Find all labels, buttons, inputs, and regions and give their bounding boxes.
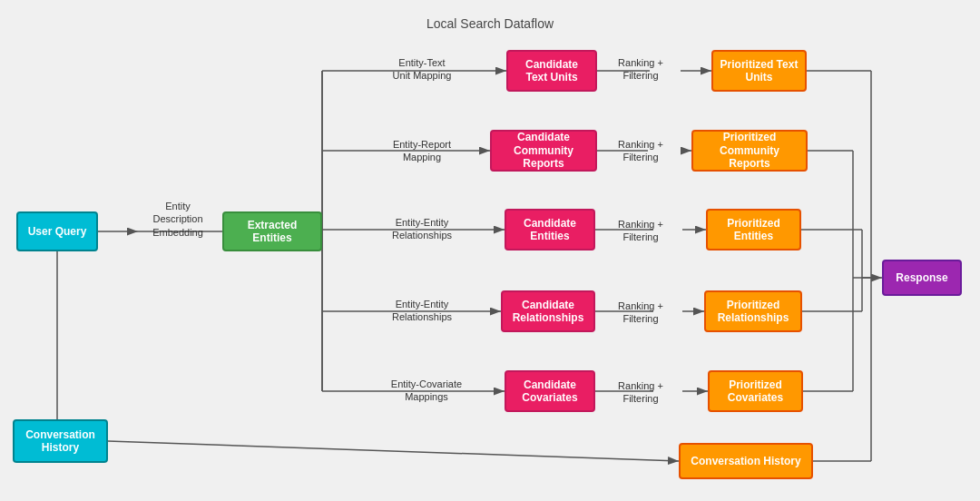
ranking-filtering-3-label: Ranking +Filtering: [604, 218, 677, 244]
entity-entity-2-label: Entity-EntityRelationships: [372, 298, 472, 324]
user-query-node: User Query: [16, 211, 98, 251]
prioritized-relationships-node: Prioritized Relationships: [704, 290, 802, 332]
ranking-filtering-2-label: Ranking +Filtering: [604, 138, 677, 164]
diagram-title: Local Search Dataflow: [426, 16, 554, 31]
ranking-filtering-4-label: Ranking +Filtering: [604, 300, 677, 326]
entity-text-unit-label: Entity-TextUnit Mapping: [377, 56, 467, 83]
entity-description-label: EntityDescriptionEmbedding: [138, 200, 218, 239]
conversation-history-output-node: Conversation History: [679, 443, 813, 479]
candidate-community-reports-node: Candidate Community Reports: [490, 130, 597, 172]
response-node: Response: [882, 260, 962, 296]
ranking-filtering-1-label: Ranking +Filtering: [604, 56, 677, 83]
diagram-container: Local Search Dataflow: [0, 0, 980, 501]
candidate-entities-node: Candidate Entities: [505, 209, 595, 250]
prioritized-community-reports-node: Prioritized Community Reports: [691, 130, 808, 172]
extracted-entities-node: Extracted Entities: [222, 211, 322, 251]
conversation-history-input-node: Conversation History: [13, 419, 108, 463]
entity-report-label: Entity-ReportMapping: [377, 138, 467, 164]
entity-covariate-label: Entity-CovariateMappings: [377, 378, 476, 404]
prioritized-entities-node: Prioritized Entities: [706, 209, 801, 250]
svg-line-37: [108, 441, 679, 461]
entity-entity-1-label: Entity-EntityRelationships: [372, 216, 472, 242]
prioritized-text-units-node: Prioritized Text Units: [711, 50, 807, 92]
candidate-text-units-node: Candidate Text Units: [506, 50, 597, 92]
ranking-filtering-5-label: Ranking +Filtering: [604, 379, 677, 406]
prioritized-covariates-node: Prioritized Covariates: [708, 370, 803, 412]
candidate-covariates-node: Candidate Covariates: [505, 370, 595, 412]
candidate-relationships-node: Candidate Relationships: [501, 290, 595, 332]
